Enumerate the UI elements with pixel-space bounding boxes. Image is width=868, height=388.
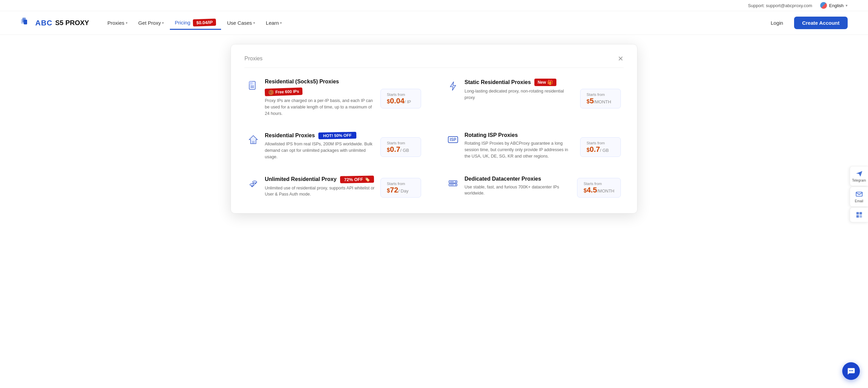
nav-learn[interactable]: Learn ▾ (261, 17, 287, 28)
nav-proxies[interactable]: Proxies ▾ (103, 17, 132, 28)
proxy-name: Residential Proxies (265, 132, 315, 139)
price-box-dedicated-datacenter: Starts from $4.5/MONTH (577, 178, 621, 198)
proxy-main-dedicated-datacenter: Dedicated Datacenter Proxies Use stable,… (465, 176, 572, 199)
svg-rect-9 (252, 141, 255, 144)
svg-point-16 (455, 184, 456, 185)
proxy-main-residential: Residential Proxies HOT! 50% OFF Allowli… (265, 132, 375, 162)
close-panel-button[interactable]: ✕ (618, 55, 624, 62)
nav-pricing-label: Pricing (175, 20, 190, 25)
proxy-desc: Proxy IPs are charged on a per-IP basis,… (265, 98, 375, 117)
proxy-item-dedicated-datacenter[interactable]: Dedicated Datacenter Proxies Use stable,… (444, 173, 624, 203)
badge-off: 72% OFF 🏷️ (340, 176, 374, 183)
nav-learn-label: Learn (266, 20, 279, 26)
proxy-icon-server (447, 177, 459, 189)
svg-point-11 (253, 181, 257, 183)
proxy-item-residential[interactable]: Residential Proxies HOT! 50% OFF Allowli… (244, 129, 424, 165)
nav-pricing[interactable]: Pricing $0.04/IP (170, 16, 221, 30)
svg-point-10 (250, 184, 254, 186)
telegram-icon (855, 170, 863, 177)
proxy-name: Static Residential Proxies (465, 79, 531, 85)
svg-rect-21 (859, 212, 862, 214)
price-value: $0.7/ GB (387, 146, 415, 153)
chevron-down-icon: ▾ (162, 21, 164, 25)
email-button[interactable]: Email (850, 187, 868, 207)
proxy-icon-home (247, 134, 259, 146)
svg-point-25 (850, 370, 851, 371)
proxy-icon-isp: ISP (447, 134, 459, 146)
proxies-dropdown-panel: Proxies ✕ Residential (Socks5) Proxies 🏀 (231, 44, 637, 213)
nav-proxies-label: Proxies (107, 20, 124, 26)
svg-point-15 (455, 181, 456, 182)
svg-line-12 (253, 183, 254, 184)
proxy-desc: Unlimited use of residential proxy, supp… (265, 185, 375, 198)
proxy-desc: Long-lasting dedicated proxy, non-rotati… (465, 88, 575, 101)
email-label: Email (855, 199, 863, 203)
navbar: ABC S5 PROXY Proxies ▾ Get Proxy ▾ Prici… (0, 11, 868, 35)
login-button[interactable]: Login (765, 17, 789, 28)
logo-icon (20, 17, 33, 29)
proxy-name: Residential (Socks5) Proxies (265, 79, 339, 85)
chevron-down-icon: ▾ (126, 21, 127, 25)
svg-rect-22 (856, 215, 859, 217)
proxy-name-row: Dedicated Datacenter Proxies (465, 176, 572, 182)
proxy-name-row: Static Residential Proxies New 🎁 (465, 79, 575, 86)
language-selector[interactable]: English ▾ (820, 2, 848, 9)
proxy-main-unlimited-residential: Unlimited Residential Proxy 72% OFF 🏷️ U… (265, 176, 375, 200)
proxy-icon-link (247, 177, 259, 189)
proxy-grid: Residential (Socks5) Proxies 🏀 Free 600 … (244, 76, 624, 202)
chat-button[interactable] (842, 362, 860, 380)
svg-rect-23 (859, 215, 862, 217)
proxy-main-static-residential: Static Residential Proxies New 🎁 Long-la… (465, 79, 575, 103)
chat-icon (847, 367, 855, 375)
price-box-static-residential: Starts from $5/MONTH (580, 89, 621, 108)
price-box-residential: Starts from $0.7/ GB (380, 137, 421, 157)
panel-title-text: Proxies (244, 56, 262, 62)
svg-marker-7 (450, 82, 456, 90)
proxy-desc: Allowlisted IPS from real ISPs, 200M IPS… (265, 141, 375, 160)
svg-point-26 (852, 370, 853, 371)
price-value: $0.7/ GB (587, 146, 614, 153)
float-sidebar: Telegram Email (850, 166, 868, 222)
panel-header: Proxies ✕ (244, 55, 624, 68)
proxy-name: Rotating ISP Proxies (465, 132, 518, 138)
proxy-item-rotating-isp[interactable]: ISP Rotating ISP Proxies Rotating ISP Pr… (444, 129, 624, 165)
language-label: English (829, 3, 844, 8)
price-value: $0.04/ IP (387, 97, 415, 105)
proxy-icon-doc (247, 80, 259, 92)
proxy-name: Unlimited Residential Proxy (265, 176, 337, 182)
badge-new: New 🎁 (534, 79, 557, 86)
chevron-down-icon: ▾ (253, 21, 255, 25)
top-bar: Support: support@abcproxy.com English ▾ (0, 0, 868, 11)
proxy-item-unlimited-residential[interactable]: Unlimited Residential Proxy 72% OFF 🏷️ U… (244, 173, 424, 203)
proxy-name-row: Residential (Socks5) Proxies 🏀 Free 600 … (265, 79, 375, 96)
nav-use-cases-label: Use Cases (227, 20, 252, 26)
price-box-residential-socks5: Starts from $0.04/ IP (380, 89, 421, 108)
proxy-item-static-residential[interactable]: Static Residential Proxies New 🎁 Long-la… (444, 76, 624, 121)
nav-right: Login Create Account (765, 17, 848, 29)
logo[interactable]: ABC S5 PROXY (20, 17, 89, 29)
proxy-item-residential-socks5[interactable]: Residential (Socks5) Proxies 🏀 Free 600 … (244, 76, 424, 121)
download-icon (855, 211, 863, 219)
nav-get-proxy[interactable]: Get Proxy ▾ (134, 17, 169, 28)
proxy-icon-flash (447, 80, 459, 92)
proxy-desc: Rotating ISP Proxies by ABCProxy guarant… (465, 140, 575, 159)
nav-use-cases[interactable]: Use Cases ▾ (222, 17, 260, 28)
create-account-button[interactable]: Create Account (794, 17, 848, 29)
price-box-unlimited-residential: Starts from $72/ Day (380, 178, 421, 198)
price-value: $72/ Day (387, 186, 415, 194)
badge-hot: HOT! 50% OFF (318, 132, 356, 139)
nav-get-proxy-label: Get Proxy (138, 20, 161, 26)
telegram-label: Telegram (852, 179, 866, 182)
svg-rect-4 (249, 81, 253, 85)
proxy-desc: Use stable, fast, and furious 700K+ data… (465, 184, 572, 197)
telegram-button[interactable]: Telegram (850, 166, 868, 186)
proxy-name-row: Residential Proxies HOT! 50% OFF (265, 132, 375, 139)
nav-items: Proxies ▾ Get Proxy ▾ Pricing $0.04/IP U… (103, 16, 765, 30)
price-value: $5/MONTH (587, 97, 614, 105)
badge-free: 🏀 Free 600 IPs (265, 87, 303, 96)
download-button[interactable] (850, 207, 868, 222)
proxy-name-row: Rotating ISP Proxies (465, 132, 575, 138)
svg-rect-20 (856, 212, 859, 214)
svg-rect-2 (24, 20, 27, 24)
chevron-down-icon: ▾ (846, 3, 848, 8)
